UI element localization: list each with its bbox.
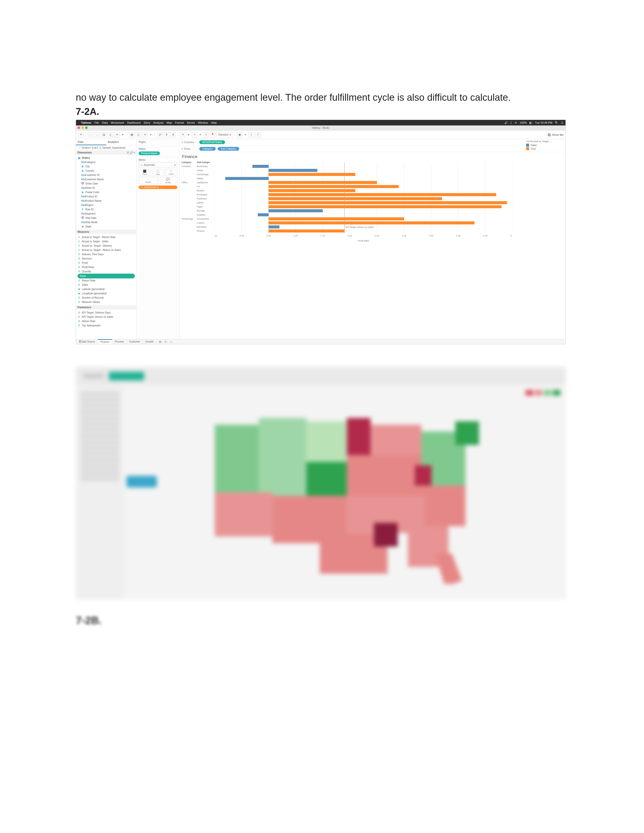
filters-shelf[interactable]: Filters xyxy=(138,148,177,150)
measure-field[interactable]: #Measure Values xyxy=(77,300,135,304)
subcategory-label[interactable]: Appliances xyxy=(197,180,214,185)
category-label[interactable] xyxy=(182,221,197,225)
dimension-field[interactable]: AbcShip Mode xyxy=(77,220,135,224)
color-legend[interactable]: AGG(Actual vs. Target - .. FalseTrue xyxy=(526,140,564,151)
category-label[interactable] xyxy=(182,205,197,209)
dimension-field[interactable]: AbcCustomer Name xyxy=(77,177,135,182)
dropdown-icon[interactable]: ▾ xyxy=(149,132,153,138)
measure-field[interactable]: #Profit xyxy=(77,261,135,265)
bar[interactable] xyxy=(269,197,442,200)
dropdown-icon[interactable]: ▾ xyxy=(243,132,248,138)
wifi-icon[interactable]: ⚟ xyxy=(515,121,517,124)
category-label[interactable] xyxy=(182,188,197,193)
sheet-tab-customer[interactable]: Customer xyxy=(127,339,143,344)
subcategory-label[interactable]: Chairs xyxy=(197,168,214,172)
menu-worksheet[interactable]: Worksheet xyxy=(111,121,124,124)
tab-analytics[interactable]: Analytics xyxy=(106,139,137,145)
measure-field[interactable]: =Actual vs. Target - Delivery xyxy=(77,244,135,248)
mark-color-pill[interactable]: AGG(Actual vs. … xyxy=(138,185,177,189)
measure-field[interactable]: #Delivery Time Days xyxy=(77,252,135,256)
new-worksheet-tab[interactable]: ▦ xyxy=(156,339,162,344)
spotlight-icon[interactable]: 🔍 xyxy=(555,121,559,124)
parameter-field[interactable]: #KPI Target- Return on Sales xyxy=(77,315,135,319)
notification-icon[interactable]: ☰ xyxy=(561,121,564,124)
subcategory-label[interactable]: Supplies xyxy=(197,213,214,217)
dimension-field[interactable]: AbcCustomer ID xyxy=(77,173,135,177)
measure-field[interactable]: =Actual vs Target - Seller xyxy=(77,239,135,244)
datasource-row[interactable]: 📄 Orders+ (Lab7_2_Sample_Superstore) xyxy=(76,145,136,150)
category-label[interactable] xyxy=(182,197,197,201)
bar-chart[interactable]: -0.10-0.050.000.050.100.150.200.250.300.… xyxy=(214,160,512,239)
bar[interactable] xyxy=(225,177,269,180)
menu-story[interactable]: Story xyxy=(144,121,150,124)
category-label[interactable] xyxy=(182,201,197,205)
menu-analysis[interactable]: Analysis xyxy=(153,121,164,124)
minimize-window-icon[interactable] xyxy=(81,127,84,129)
forward-button[interactable]: → xyxy=(95,132,100,138)
mark-detail-button[interactable]: ▫Detail xyxy=(138,177,158,184)
battery-icon[interactable]: ▮▯ xyxy=(529,121,532,124)
show-me-button[interactable]: Show Me xyxy=(548,133,564,136)
category-label[interactable] xyxy=(182,209,197,213)
bluetooth-icon[interactable]: ᛒ xyxy=(510,121,512,124)
category-label[interactable] xyxy=(182,193,197,197)
dimension-field[interactable]: 📅Ship Date xyxy=(77,216,135,220)
subcategory-label[interactable]: Furnishings xyxy=(197,172,214,177)
measure-field[interactable]: ⊕Longitude (generated) xyxy=(77,291,135,296)
category-label[interactable]: Office Supplies xyxy=(182,180,197,185)
subcategory-label[interactable]: Paper xyxy=(197,205,214,209)
category-label[interactable] xyxy=(182,172,197,177)
bar[interactable] xyxy=(269,173,355,176)
refresh-button[interactable]: ⟳ xyxy=(114,132,120,138)
dimension-field[interactable]: AbcProduct ID xyxy=(77,195,135,199)
download-button[interactable]: ⇩ xyxy=(248,132,254,138)
category-label[interactable] xyxy=(182,168,197,172)
new-story-tab[interactable]: ▭ xyxy=(167,339,173,344)
parameter-field[interactable]: #Top Salespeople xyxy=(77,323,135,328)
measure-field[interactable]: #Return Rate xyxy=(77,278,135,283)
app-name[interactable]: Tableau xyxy=(81,121,92,124)
clear-button[interactable]: ✕ xyxy=(142,132,148,138)
dimension-field[interactable]: AbcSegment xyxy=(77,212,135,216)
rows-pill-subcategory[interactable]: Sub-Category xyxy=(218,147,240,151)
rows-shelf[interactable]: ≡ Rows xyxy=(182,148,197,150)
dropdown-icon[interactable]: ▾ xyxy=(121,132,125,138)
sort-desc-button[interactable]: ⬇ xyxy=(170,132,176,138)
filter-pill-product-name[interactable]: Product Name xyxy=(138,151,160,155)
back-button[interactable]: ← xyxy=(88,132,93,138)
sort-asc-button[interactable]: ⬆ xyxy=(164,132,169,138)
bar[interactable] xyxy=(269,189,355,192)
highlight-button[interactable]: ✎ xyxy=(180,132,186,138)
bar[interactable] xyxy=(252,165,269,168)
sheet-title[interactable]: Finance xyxy=(180,152,565,160)
dropdown-icon[interactable]: ▾ xyxy=(198,132,202,138)
subcategory-label[interactable]: Tables xyxy=(197,177,214,180)
group-button[interactable]: ⌗ xyxy=(192,132,197,138)
category-label[interactable]: Furniture xyxy=(182,164,197,168)
rows-pill-category[interactable]: Category xyxy=(199,147,216,151)
mark-color-button[interactable]: ⬛Color xyxy=(138,169,151,176)
bar[interactable] xyxy=(269,205,502,208)
subcategory-label[interactable]: Bookcases xyxy=(197,164,214,168)
dimension-field[interactable]: ⊕Country xyxy=(77,169,135,173)
subcategory-label[interactable]: Accessories xyxy=(197,217,214,221)
menu-dashboard[interactable]: Dashboard xyxy=(127,121,141,124)
label-button[interactable]: T xyxy=(203,132,209,138)
bar[interactable] xyxy=(269,193,496,196)
columns-pill-profit-ratio[interactable]: AGG(Profit Ratio) xyxy=(199,140,225,144)
measure-field[interactable]: #Number of Records xyxy=(77,296,135,300)
measure-field[interactable]: #Quantity xyxy=(77,269,135,273)
menu-format[interactable]: Format xyxy=(175,121,184,124)
dimension-field[interactable]: ⊕Postal Code xyxy=(77,190,135,195)
fit-select[interactable]: Standard▾ xyxy=(216,132,233,138)
dimension-field[interactable]: ⊕City xyxy=(77,164,135,169)
measure-field[interactable]: Rank xyxy=(77,273,135,278)
subcategory-label[interactable]: Phones xyxy=(197,229,214,233)
bar[interactable] xyxy=(269,209,323,212)
measure-field[interactable]: =Actual vs. Target - Return on Sales xyxy=(77,248,135,252)
mark-tooltip-button[interactable]: 💬Tooltip xyxy=(159,177,177,184)
bar[interactable] xyxy=(269,221,475,224)
sheet-tab-finance[interactable]: Finance xyxy=(98,339,113,344)
bar[interactable] xyxy=(269,217,404,220)
close-window-icon[interactable] xyxy=(77,127,80,129)
